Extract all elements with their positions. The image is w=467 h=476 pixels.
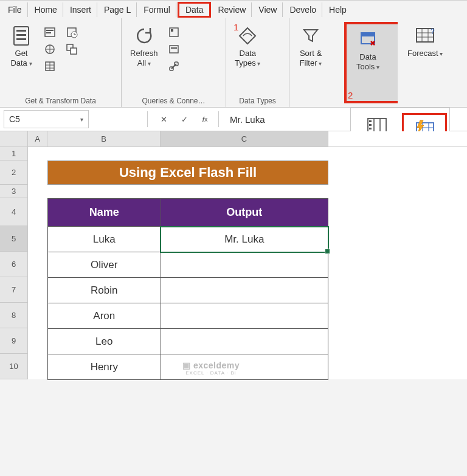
data-tools-icon (359, 28, 377, 51)
database-icon (12, 24, 30, 47)
data-table: Name Output Luka Mr. Luka Oliver Robin A… (47, 198, 328, 380)
group-label-queries: Queries & Conne… (123, 95, 224, 107)
tab-help[interactable]: Help (323, 2, 352, 17)
refresh-all-label: Refresh All (130, 49, 158, 69)
svg-rect-1 (16, 30, 26, 32)
tab-insert[interactable]: Insert (64, 2, 97, 17)
tab-formulas[interactable]: Formul (138, 2, 176, 17)
header-name[interactable]: Name (48, 199, 161, 227)
recent-sources-icon[interactable] (64, 26, 79, 39)
tab-data[interactable]: Data (178, 2, 212, 18)
row-header[interactable]: 4 (0, 198, 28, 226)
queries-small-icons (164, 22, 184, 77)
cell-name[interactable]: Luka (48, 227, 161, 252)
get-data-button[interactable]: Get Data (5, 22, 38, 71)
data-types-icon (237, 24, 258, 47)
cell-output[interactable] (161, 303, 328, 329)
row-header[interactable]: 9 (0, 328, 28, 354)
ribbon-tabs: File Home Insert Page L Formul Data Revi… (0, 0, 467, 18)
existing-connections-icon[interactable] (64, 43, 79, 56)
from-table-icon[interactable] (43, 60, 57, 73)
svg-rect-6 (46, 32, 51, 33)
get-data-small-icons-2 (62, 22, 81, 60)
select-all-corner[interactable] (0, 131, 28, 147)
forecast-label: Forecast (407, 49, 443, 58)
sheet-title: Using Excel Flash Fill (47, 160, 328, 185)
svg-rect-3 (16, 38, 26, 40)
cell-output-selected[interactable]: Mr. Luka (161, 227, 328, 252)
separator (147, 111, 148, 127)
cell-name[interactable]: Oliver (48, 252, 161, 278)
tab-home[interactable]: Home (29, 2, 63, 17)
name-box[interactable]: C5 ▾ (4, 110, 89, 128)
refresh-icon (134, 24, 154, 47)
tab-view[interactable]: View (253, 2, 283, 17)
tab-developer[interactable]: Develo (284, 2, 322, 17)
callout-1: 1 (234, 22, 238, 32)
cell-name[interactable]: Henry (48, 354, 161, 380)
svg-rect-20 (361, 33, 375, 36)
tab-review[interactable]: Review (212, 2, 252, 17)
cell-output[interactable] (161, 354, 328, 380)
svg-rect-2 (16, 34, 26, 36)
name-box-value: C5 (9, 114, 20, 124)
data-tools-label: Data Tools (356, 52, 379, 72)
svg-rect-15 (170, 46, 178, 53)
sort-filter-label: Sort & Filter (300, 49, 322, 69)
forecast-button[interactable]: ? Forecast (404, 22, 446, 61)
cell-output[interactable] (161, 329, 328, 354)
row-header[interactable]: 2 (0, 160, 28, 185)
edit-links-icon[interactable] (167, 60, 181, 73)
svg-text:?: ? (431, 27, 435, 36)
svg-rect-16 (171, 47, 177, 49)
svg-rect-5 (46, 30, 54, 31)
group-get-transform: Get Data Get & Transform Data (0, 18, 122, 107)
col-header-b[interactable]: B (47, 131, 161, 147)
group-label-get-transform: Get & Transform Data (1, 95, 120, 107)
row-header[interactable]: 7 (0, 277, 28, 303)
sort-filter-button[interactable]: Sort & Filter (294, 22, 327, 71)
row-header[interactable]: 10 (0, 354, 28, 379)
svg-rect-25 (369, 124, 372, 126)
refresh-all-button[interactable]: Refresh All (126, 22, 162, 71)
callout-2: 2 (348, 90, 353, 100)
group-label-sort-filter (291, 95, 342, 107)
tab-file[interactable]: File (2, 2, 28, 17)
cell-name[interactable]: Leo (48, 329, 161, 354)
row-header[interactable]: 8 (0, 303, 28, 328)
get-data-small-icons (40, 22, 60, 77)
fx-icon[interactable]: fx (198, 112, 212, 126)
cancel-formula-icon[interactable]: ✕ (156, 112, 171, 126)
svg-rect-24 (369, 120, 372, 122)
cell-name[interactable]: Robin (48, 278, 161, 303)
svg-rect-14 (171, 29, 173, 32)
cell-output[interactable] (161, 278, 328, 303)
row-header[interactable]: 1 (0, 147, 28, 160)
cell-name[interactable]: Aron (48, 303, 161, 329)
row-header[interactable]: 3 (0, 185, 28, 198)
row-header[interactable]: 5 (0, 226, 28, 252)
svg-rect-26 (369, 128, 372, 129)
group-queries: Refresh All Queries & Conne… (122, 18, 226, 107)
cell-output[interactable] (161, 252, 328, 278)
header-output[interactable]: Output (161, 199, 328, 227)
forecast-icon: ? (415, 24, 435, 47)
group-label-forecast (400, 95, 458, 107)
col-header-a[interactable]: A (28, 131, 47, 147)
from-text-icon[interactable] (43, 26, 57, 39)
col-header-c[interactable]: C (161, 131, 328, 147)
enter-formula-icon[interactable]: ✓ (177, 112, 192, 126)
row-header[interactable]: 6 (0, 252, 28, 277)
ribbon: Get Data Get & Transform Data Refresh Al… (0, 18, 467, 108)
group-forecast: ? Forecast (399, 18, 460, 107)
worksheet-grid: A B C 1 2 3 4 5 6 7 8 9 10 Using Excel F… (0, 131, 467, 379)
data-types-label: Data Types (235, 49, 260, 69)
from-web-icon[interactable] (43, 43, 57, 56)
properties-icon[interactable] (167, 43, 181, 56)
group-sort-filter: Sort & Filter (289, 18, 343, 107)
formula-input[interactable]: Mr. Luka (225, 112, 322, 127)
data-tools-button[interactable]: Data Tools (351, 26, 384, 75)
queries-icon[interactable] (167, 26, 181, 39)
chevron-down-icon[interactable]: ▾ (80, 116, 83, 123)
tab-page-layout[interactable]: Page L (99, 2, 137, 17)
